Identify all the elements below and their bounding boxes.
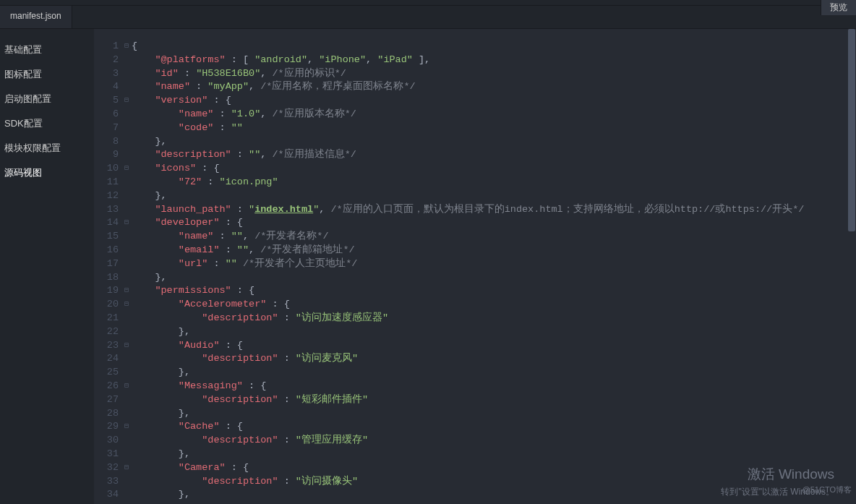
linenum: 8 bbox=[94, 135, 121, 149]
code-line[interactable]: "permissions" : { bbox=[132, 284, 856, 298]
linenum: 14 bbox=[94, 216, 121, 230]
linenum: 30 bbox=[94, 434, 121, 448]
linenum: 6 bbox=[94, 108, 121, 121]
fold-icon[interactable]: ⊟ bbox=[121, 461, 132, 475]
code-area[interactable]: { "@platforms" : [ "android", "iPhone", … bbox=[132, 29, 856, 504]
fold-icon bbox=[121, 67, 132, 81]
code-line[interactable]: }, bbox=[132, 135, 856, 149]
linenum: 5 bbox=[94, 94, 121, 108]
sidebar-item-basic[interactable]: 基础配置 bbox=[0, 38, 94, 62]
file-tab[interactable]: manifest.json bbox=[0, 6, 72, 28]
code-line[interactable]: "@platforms" : [ "android", "iPhone", "i… bbox=[132, 54, 856, 67]
sidebar-item-sdk[interactable]: SDK配置 bbox=[0, 111, 94, 136]
fold-icon[interactable]: ⊟ bbox=[121, 94, 132, 108]
linenum: 20 bbox=[94, 298, 121, 312]
watermark-windows: 激活 Windows bbox=[748, 465, 834, 484]
code-line[interactable]: }, bbox=[132, 189, 856, 203]
linenum: 18 bbox=[94, 271, 121, 285]
fold-icon bbox=[121, 271, 132, 285]
preview-button[interactable]: 预览 bbox=[821, 0, 856, 15]
sidebar-item-permission[interactable]: 模块权限配置 bbox=[0, 136, 94, 161]
code-line[interactable]: "description" : "访问麦克风" bbox=[132, 352, 856, 366]
code-editor[interactable]: 1234567891011121314151617181920212223242… bbox=[94, 29, 856, 504]
linenum: 16 bbox=[94, 244, 121, 257]
sidebar-item-icon[interactable]: 图标配置 bbox=[0, 62, 94, 87]
code-line[interactable]: "description" : "管理应用缓存" bbox=[132, 434, 856, 448]
code-line[interactable]: "Cache" : { bbox=[132, 420, 856, 434]
linenum: 22 bbox=[94, 325, 121, 339]
code-line[interactable]: "email" : "", /*开发者邮箱地址*/ bbox=[132, 244, 856, 257]
sidebar-item-source[interactable]: 源码视图 bbox=[0, 161, 94, 185]
linenum: 9 bbox=[94, 148, 121, 162]
fold-icon bbox=[121, 203, 132, 217]
code-line[interactable]: "description" : "短彩邮件插件" bbox=[132, 393, 856, 407]
linenum: 32 bbox=[94, 461, 121, 475]
code-line[interactable]: "version" : { bbox=[132, 94, 856, 108]
fold-icon[interactable]: ⊟ bbox=[121, 420, 132, 434]
code-line[interactable]: "launch_path" : "index.html", /*应用的入口页面，… bbox=[132, 203, 856, 217]
main: 基础配置 图标配置 启动图配置 SDK配置 模块权限配置 源码视图 123456… bbox=[0, 29, 856, 504]
code-line[interactable]: "description" : "访问加速度感应器" bbox=[132, 312, 856, 325]
linenum: 2 bbox=[94, 54, 121, 67]
code-line[interactable]: { bbox=[132, 40, 856, 54]
fold-column[interactable]: ⊟⊟⊟⊟⊟⊟⊟⊟⊟⊟ bbox=[121, 29, 132, 504]
linenum: 7 bbox=[94, 121, 121, 135]
gutter: 1234567891011121314151617181920212223242… bbox=[94, 29, 121, 504]
code-line[interactable]: }, bbox=[132, 271, 856, 285]
fold-icon[interactable]: ⊟ bbox=[121, 339, 132, 353]
linenum: 25 bbox=[94, 366, 121, 380]
fold-icon bbox=[121, 325, 132, 339]
linenum: 15 bbox=[94, 230, 121, 244]
linenum: 33 bbox=[94, 475, 121, 489]
code-line[interactable]: }, bbox=[132, 407, 856, 421]
code-line[interactable]: }, bbox=[132, 325, 856, 339]
scrollbar-thumb[interactable] bbox=[848, 29, 855, 231]
fold-icon bbox=[121, 189, 132, 203]
code-line[interactable]: "Audio" : { bbox=[132, 339, 856, 353]
linenum: 11 bbox=[94, 176, 121, 189]
linenum: 3 bbox=[94, 67, 121, 81]
fold-icon bbox=[121, 244, 132, 257]
linenum: 12 bbox=[94, 189, 121, 203]
fold-icon[interactable]: ⊟ bbox=[121, 216, 132, 230]
code-line[interactable]: "name" : "", /*开发者名称*/ bbox=[132, 230, 856, 244]
fold-icon bbox=[121, 407, 132, 421]
code-line[interactable]: "Accelerometer" : { bbox=[132, 298, 856, 312]
code-line[interactable]: "developer" : { bbox=[132, 216, 856, 230]
code-line[interactable]: "72" : "icon.png" bbox=[132, 176, 856, 189]
code-line[interactable]: "code" : "" bbox=[132, 121, 856, 135]
watermark-51cto: @51CTO博客 bbox=[803, 484, 852, 495]
code-line[interactable]: "description" : "", /*应用描述信息*/ bbox=[132, 148, 856, 162]
topbar bbox=[0, 0, 856, 6]
fold-icon bbox=[121, 448, 132, 461]
code-line[interactable]: }, bbox=[132, 448, 856, 461]
fold-icon[interactable]: ⊟ bbox=[121, 162, 132, 176]
code-line[interactable]: "icons" : { bbox=[132, 162, 856, 176]
sidebar-item-launch[interactable]: 启动图配置 bbox=[0, 87, 94, 111]
fold-icon bbox=[121, 475, 132, 489]
code-line[interactable]: "name" : "myApp", /*应用名称，程序桌面图标名称*/ bbox=[132, 80, 856, 94]
fold-icon bbox=[121, 257, 132, 271]
linenum: 21 bbox=[94, 312, 121, 325]
linenum: 28 bbox=[94, 407, 121, 421]
linenum: 27 bbox=[94, 393, 121, 407]
linenum: 23 bbox=[94, 339, 121, 353]
linenum: 29 bbox=[94, 420, 121, 434]
fold-icon[interactable]: ⊟ bbox=[121, 284, 132, 298]
code-line[interactable]: "Messaging" : { bbox=[132, 380, 856, 393]
fold-icon bbox=[121, 108, 132, 121]
scrollbar-vertical[interactable] bbox=[847, 29, 856, 504]
fold-icon[interactable]: ⊟ bbox=[121, 40, 132, 54]
code-line[interactable]: }, bbox=[132, 366, 856, 380]
code-line[interactable]: "name" : "1.0", /*应用版本名称*/ bbox=[132, 108, 856, 121]
fold-icon[interactable]: ⊟ bbox=[121, 380, 132, 393]
fold-icon bbox=[121, 135, 132, 149]
linenum: 24 bbox=[94, 352, 121, 366]
fold-icon bbox=[121, 176, 132, 189]
code-line[interactable]: "id" : "H538E16B0", /*应用的标识*/ bbox=[132, 67, 856, 81]
fold-icon bbox=[121, 121, 132, 135]
code-line[interactable]: "url" : "" /*开发者个人主页地址*/ bbox=[132, 257, 856, 271]
linenum: 31 bbox=[94, 448, 121, 461]
fold-icon[interactable]: ⊟ bbox=[121, 298, 132, 312]
linenum: 10 bbox=[94, 162, 121, 176]
